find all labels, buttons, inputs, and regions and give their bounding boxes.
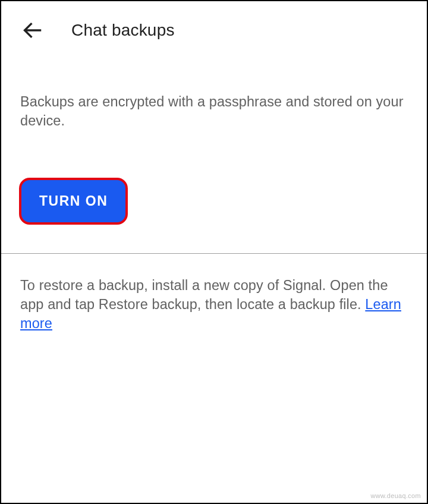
watermark-text: www.deuaq.com [370, 492, 421, 499]
back-arrow-icon[interactable] [20, 18, 45, 43]
restore-text-prefix: To restore a backup, install a new copy … [20, 278, 388, 312]
restore-instructions-text: To restore a backup, install a new copy … [20, 276, 408, 333]
restore-section: To restore a backup, install a new copy … [1, 254, 427, 333]
action-section: TURN ON [1, 130, 427, 253]
app-screen: Chat backups Backups are encrypted with … [0, 0, 428, 504]
page-title: Chat backups [71, 21, 175, 40]
backup-description-text: Backups are encrypted with a passphrase … [20, 93, 408, 130]
turn-on-button[interactable]: TURN ON [19, 178, 128, 225]
header-bar: Chat backups [1, 1, 427, 57]
description-section: Backups are encrypted with a passphrase … [1, 57, 427, 130]
